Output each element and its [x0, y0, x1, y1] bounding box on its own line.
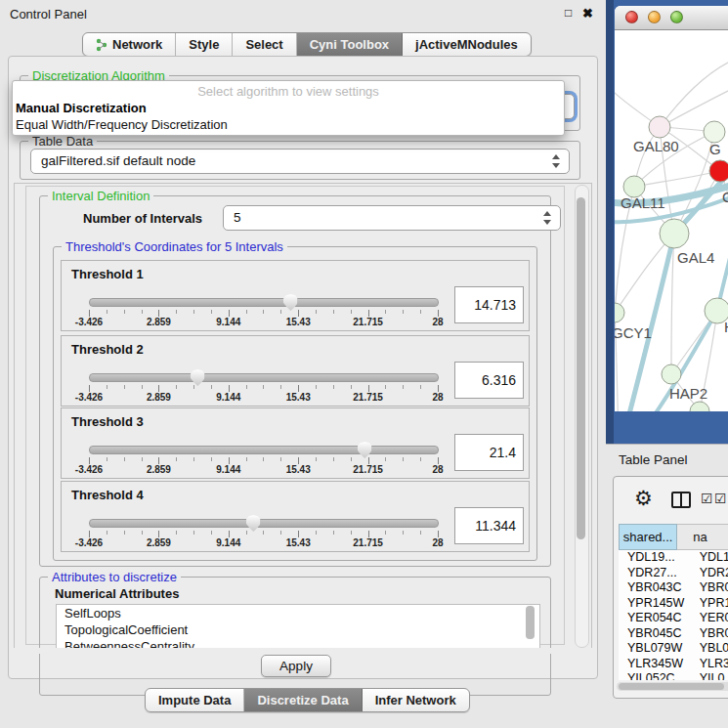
table-row[interactable]: YBR045CYBR0: [619, 626, 728, 642]
network-node-label: HAP2: [669, 385, 707, 402]
cell-name[interactable]: YBR0: [700, 580, 728, 596]
threshold-3-slider[interactable]: [89, 446, 439, 454]
float-panel-icon[interactable]: □: [565, 6, 572, 20]
threshold-1-slider[interactable]: [89, 298, 439, 307]
close-traffic-light-icon[interactable]: [625, 11, 638, 23]
cell-name[interactable]: YDR2: [700, 566, 728, 581]
select-none-checkbox-icon[interactable]: ☑: [714, 491, 727, 506]
tab-jactivemnodules[interactable]: jActiveMNodules: [403, 33, 531, 56]
table-data-combobox[interactable]: galFiltered.sif default node: [30, 149, 570, 174]
cell-shared-name[interactable]: YLR345W: [619, 657, 700, 672]
tab-style[interactable]: Style: [176, 33, 233, 56]
horizontal-scrollbar-track[interactable]: [617, 682, 728, 691]
network-node-gcy1[interactable]: [615, 303, 624, 322]
table-data-group: Table Data galFiltered.sif default node: [20, 141, 580, 180]
network-edge[interactable]: [660, 87, 728, 127]
settings-gear-icon[interactable]: ⚙: [634, 487, 653, 510]
slider-scale: -3.426 2.859 9.144 15.43 21.715 28: [89, 317, 438, 327]
interval-definition-group-title: Interval Definition: [48, 189, 153, 203]
table-row[interactable]: YBL079WYBL0: [619, 641, 728, 657]
bottom-tabbar: Impute Data Discretize Data Infer Networ…: [145, 688, 470, 712]
cell-shared-name[interactable]: YBR043C: [619, 580, 700, 596]
slider-thumb[interactable]: [358, 442, 372, 458]
tab-network-label: Network: [112, 37, 162, 52]
network-edge[interactable]: [634, 171, 720, 187]
threshold-2-value-input[interactable]: 6.316: [454, 362, 524, 399]
cell-shared-name[interactable]: YBR045C: [619, 626, 700, 642]
threshold-3-label: Threshold 3: [71, 414, 144, 429]
network-canvas[interactable]: GAL80GCGAL11GAL4GCY1HHAP2: [615, 30, 728, 411]
network-edge-thick[interactable]: [619, 234, 674, 411]
cell-name[interactable]: YIL0: [700, 671, 728, 680]
table-row[interactable]: YDL19...YDL1: [619, 550, 728, 566]
combo-stepper-icon: [542, 210, 551, 226]
vertical-scrollbar-thumb[interactable]: [577, 197, 585, 539]
dropdown-placeholder-item[interactable]: Select algorithm to view settings: [13, 83, 564, 100]
cell-name[interactable]: YDL1: [700, 550, 728, 566]
cell-shared-name[interactable]: YBL079W: [619, 641, 700, 657]
tab-impute-data[interactable]: Impute Data: [146, 689, 244, 711]
cell-name[interactable]: YBR0: [700, 626, 728, 642]
attribute-list-item[interactable]: TopologicalCoefficient: [57, 621, 539, 638]
table-data-group-title: Table Data: [28, 134, 97, 149]
zoom-traffic-light-icon[interactable]: [670, 11, 683, 23]
column-layout-icon[interactable]: [671, 492, 691, 508]
column-header-name[interactable]: na: [677, 524, 728, 550]
horizontal-scrollbar-thumb[interactable]: [619, 683, 724, 690]
table-row[interactable]: YPR145WYPR1: [619, 596, 728, 612]
network-edge[interactable]: [674, 132, 714, 234]
dropdown-option-equal-width-frequency[interactable]: Equal Width/Frequency Discretization: [13, 116, 564, 133]
network-node-gal80[interactable]: [649, 116, 670, 138]
network-node-c[interactable]: [709, 160, 728, 182]
threshold-4-value-input[interactable]: 11.344: [454, 507, 524, 544]
network-edge[interactable]: [660, 60, 728, 127]
table-row[interactable]: YER054CYER0: [619, 611, 728, 626]
apply-button[interactable]: Apply: [261, 655, 331, 677]
cell-name[interactable]: YLR3: [700, 657, 728, 672]
cell-shared-name[interactable]: YDL19...: [619, 550, 700, 566]
tab-infer-network[interactable]: Infer Network: [363, 689, 469, 711]
attributes-list-scrollbar[interactable]: [526, 606, 535, 639]
threshold-4-slider[interactable]: [89, 519, 439, 528]
tab-discretize-data[interactable]: Discretize Data: [244, 689, 362, 711]
slider-ticks: [89, 531, 438, 537]
cell-shared-name[interactable]: YER054C: [619, 611, 700, 626]
table-row[interactable]: YLR345WYLR3: [619, 657, 728, 672]
table-row[interactable]: YIL052CYIL0: [619, 671, 728, 680]
cell-shared-name[interactable]: YDR27...: [619, 566, 700, 581]
cell-name[interactable]: YBL0: [700, 641, 728, 657]
close-panel-icon[interactable]: ✖: [582, 6, 593, 21]
dropdown-option-manual-discretization[interactable]: Manual Discretization: [13, 100, 564, 116]
cell-shared-name[interactable]: YPR145W: [619, 596, 700, 612]
minimize-traffic-light-icon[interactable]: [648, 11, 661, 23]
attribute-list-item[interactable]: SelfLoops: [57, 605, 539, 621]
cell-name[interactable]: YER0: [700, 611, 728, 626]
table-panel-title: Table Panel: [619, 452, 688, 467]
threshold-2-slider[interactable]: [89, 373, 439, 382]
threshold-3-value-input[interactable]: 21.4: [454, 434, 524, 471]
slider-scale: -3.426 2.859 9.144 15.43 21.715 28: [89, 464, 438, 475]
network-node-hap2[interactable]: [662, 364, 681, 384]
tab-network[interactable]: Network: [83, 33, 176, 56]
numerical-attributes-list[interactable]: SelfLoopsTopologicalCoefficientBetweenne…: [56, 604, 540, 651]
slider-thumb[interactable]: [191, 369, 205, 386]
table-row[interactable]: YDR27...YDR2: [619, 566, 728, 581]
cell-shared-name[interactable]: YIL052C: [619, 671, 700, 680]
select-all-checkbox-icon[interactable]: ☑: [701, 491, 713, 506]
slider-thumb[interactable]: [283, 294, 298, 311]
network-node-label: GCY1: [615, 324, 652, 341]
threshold-panel-1: Threshold 1 -3.426 2.859 9.144 15.43 21.…: [61, 260, 530, 331]
tab-select[interactable]: Select: [233, 33, 296, 56]
network-node-label: C: [722, 189, 728, 205]
column-header-shared-name[interactable]: shared...: [619, 524, 677, 550]
number-of-intervals-combobox[interactable]: 5: [223, 205, 561, 231]
slider-thumb[interactable]: [246, 515, 261, 532]
threshold-1-value-input[interactable]: 14.713: [454, 286, 524, 323]
threshold-panel-2: Threshold 2 -3.426 2.859 9.144 15.43 21.…: [61, 335, 530, 407]
table-row[interactable]: YBR043CYBR0: [619, 580, 728, 596]
network-node-g[interactable]: [704, 121, 725, 143]
tab-cyni-toolbox[interactable]: Cyni Toolbox: [297, 33, 403, 56]
network-node-gal4[interactable]: [660, 219, 689, 248]
attributes-group-title: Attributes to discretize: [48, 570, 181, 584]
cell-name[interactable]: YPR1: [700, 596, 728, 612]
